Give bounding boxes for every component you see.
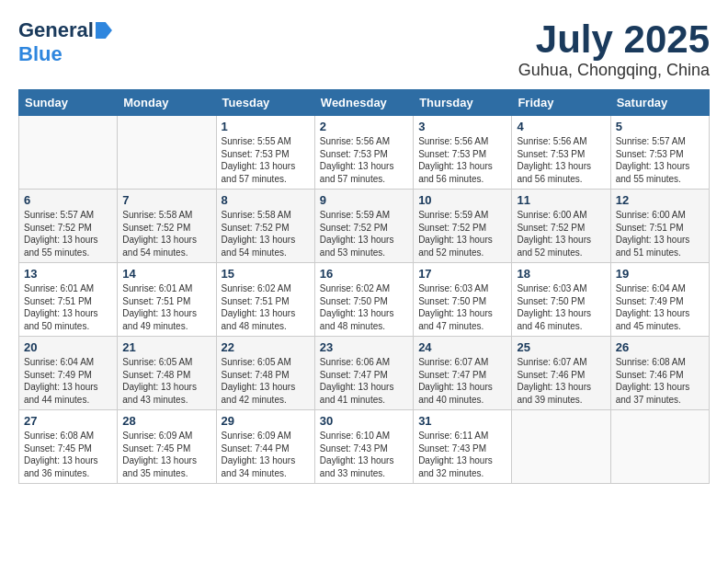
calendar-cell: 10Sunrise: 5:59 AM Sunset: 7:52 PM Dayli… bbox=[414, 190, 512, 263]
logo-general-text: General bbox=[18, 18, 94, 42]
cell-content: Sunrise: 6:07 AM Sunset: 7:47 PM Dayligh… bbox=[418, 356, 506, 406]
day-number: 18 bbox=[517, 267, 605, 281]
cell-content: Sunrise: 5:58 AM Sunset: 7:52 PM Dayligh… bbox=[222, 209, 310, 259]
cell-content: Sunrise: 6:08 AM Sunset: 7:45 PM Dayligh… bbox=[24, 430, 112, 479]
cell-content: Sunrise: 6:03 AM Sunset: 7:50 PM Dayligh… bbox=[517, 282, 605, 332]
calendar-week-row: 13Sunrise: 6:01 AM Sunset: 7:51 PM Dayli… bbox=[19, 263, 710, 337]
day-number: 22 bbox=[222, 340, 310, 354]
day-number: 11 bbox=[517, 193, 605, 207]
calendar-cell: 11Sunrise: 6:00 AM Sunset: 7:52 PM Dayli… bbox=[512, 190, 610, 263]
calendar-cell bbox=[19, 116, 118, 190]
day-number: 30 bbox=[320, 414, 408, 428]
calendar-cell: 26Sunrise: 6:08 AM Sunset: 7:46 PM Dayli… bbox=[610, 337, 709, 410]
calendar-cell: 19Sunrise: 6:04 AM Sunset: 7:49 PM Dayli… bbox=[610, 263, 709, 337]
calendar-cell: 29Sunrise: 6:09 AM Sunset: 7:44 PM Dayli… bbox=[216, 410, 314, 484]
cell-content: Sunrise: 6:06 AM Sunset: 7:47 PM Dayligh… bbox=[320, 356, 408, 406]
calendar-cell: 4Sunrise: 5:56 AM Sunset: 7:53 PM Daylig… bbox=[512, 116, 610, 190]
day-of-week-header: Thursday bbox=[414, 90, 512, 116]
location-title: Guhua, Chongqing, China bbox=[518, 61, 710, 80]
cell-content: Sunrise: 6:10 AM Sunset: 7:43 PM Dayligh… bbox=[320, 430, 408, 479]
cell-content: Sunrise: 6:00 AM Sunset: 7:52 PM Dayligh… bbox=[517, 209, 605, 259]
calendar-table: SundayMondayTuesdayWednesdayThursdayFrid… bbox=[18, 89, 710, 484]
calendar-cell: 17Sunrise: 6:03 AM Sunset: 7:50 PM Dayli… bbox=[414, 263, 512, 337]
page-header: General Blue July 2025 Guhua, Chongqing,… bbox=[18, 18, 710, 80]
calendar-cell: 24Sunrise: 6:07 AM Sunset: 7:47 PM Dayli… bbox=[414, 337, 512, 410]
calendar-cell: 6Sunrise: 5:57 AM Sunset: 7:52 PM Daylig… bbox=[19, 190, 118, 263]
calendar-week-row: 27Sunrise: 6:08 AM Sunset: 7:45 PM Dayli… bbox=[19, 410, 710, 484]
calendar-cell: 23Sunrise: 6:06 AM Sunset: 7:47 PM Dayli… bbox=[314, 337, 413, 410]
cell-content: Sunrise: 5:56 AM Sunset: 7:53 PM Dayligh… bbox=[320, 135, 408, 185]
calendar-cell: 18Sunrise: 6:03 AM Sunset: 7:50 PM Dayli… bbox=[512, 263, 610, 337]
calendar-cell: 27Sunrise: 6:08 AM Sunset: 7:45 PM Dayli… bbox=[19, 410, 118, 484]
day-number: 24 bbox=[418, 340, 506, 354]
cell-content: Sunrise: 6:09 AM Sunset: 7:45 PM Dayligh… bbox=[122, 430, 210, 479]
cell-content: Sunrise: 6:01 AM Sunset: 7:51 PM Dayligh… bbox=[24, 282, 112, 332]
cell-content: Sunrise: 6:00 AM Sunset: 7:51 PM Dayligh… bbox=[616, 209, 704, 259]
month-title: July 2025 bbox=[518, 18, 710, 61]
day-number: 31 bbox=[418, 414, 506, 428]
calendar-cell: 2Sunrise: 5:56 AM Sunset: 7:53 PM Daylig… bbox=[314, 116, 413, 190]
calendar-cell: 21Sunrise: 6:05 AM Sunset: 7:48 PM Dayli… bbox=[118, 337, 216, 410]
logo: General Blue bbox=[18, 18, 112, 66]
day-number: 26 bbox=[616, 340, 704, 354]
day-number: 17 bbox=[418, 267, 506, 281]
calendar-cell: 12Sunrise: 6:00 AM Sunset: 7:51 PM Dayli… bbox=[610, 190, 709, 263]
day-of-week-header: Sunday bbox=[19, 90, 118, 116]
calendar-cell: 22Sunrise: 6:05 AM Sunset: 7:48 PM Dayli… bbox=[216, 337, 314, 410]
calendar-cell: 25Sunrise: 6:07 AM Sunset: 7:46 PM Dayli… bbox=[512, 337, 610, 410]
calendar-week-row: 20Sunrise: 6:04 AM Sunset: 7:49 PM Dayli… bbox=[19, 337, 710, 410]
cell-content: Sunrise: 5:56 AM Sunset: 7:53 PM Dayligh… bbox=[517, 135, 605, 185]
calendar-header-row: SundayMondayTuesdayWednesdayThursdayFrid… bbox=[19, 90, 710, 116]
cell-content: Sunrise: 6:04 AM Sunset: 7:49 PM Dayligh… bbox=[616, 282, 704, 332]
day-number: 16 bbox=[320, 267, 408, 281]
day-of-week-header: Saturday bbox=[610, 90, 709, 116]
calendar-cell: 3Sunrise: 5:56 AM Sunset: 7:53 PM Daylig… bbox=[414, 116, 512, 190]
day-number: 23 bbox=[320, 340, 408, 354]
calendar-week-row: 6Sunrise: 5:57 AM Sunset: 7:52 PM Daylig… bbox=[19, 190, 710, 263]
cell-content: Sunrise: 6:05 AM Sunset: 7:48 PM Dayligh… bbox=[222, 356, 310, 406]
calendar-cell: 30Sunrise: 6:10 AM Sunset: 7:43 PM Dayli… bbox=[314, 410, 413, 484]
cell-content: Sunrise: 6:09 AM Sunset: 7:44 PM Dayligh… bbox=[222, 430, 310, 479]
day-number: 25 bbox=[517, 340, 605, 354]
calendar-cell bbox=[610, 410, 709, 484]
calendar-cell bbox=[118, 116, 216, 190]
title-section: July 2025 Guhua, Chongqing, China bbox=[518, 18, 710, 80]
day-number: 10 bbox=[418, 193, 506, 207]
day-number: 3 bbox=[418, 120, 506, 133]
cell-content: Sunrise: 6:11 AM Sunset: 7:43 PM Dayligh… bbox=[418, 430, 506, 479]
day-of-week-header: Monday bbox=[118, 90, 216, 116]
day-number: 1 bbox=[222, 120, 310, 133]
day-number: 27 bbox=[24, 414, 112, 428]
day-number: 19 bbox=[616, 267, 704, 281]
cell-content: Sunrise: 6:03 AM Sunset: 7:50 PM Dayligh… bbox=[418, 282, 506, 332]
day-of-week-header: Friday bbox=[512, 90, 610, 116]
calendar-cell: 14Sunrise: 6:01 AM Sunset: 7:51 PM Dayli… bbox=[118, 263, 216, 337]
calendar-cell: 8Sunrise: 5:58 AM Sunset: 7:52 PM Daylig… bbox=[216, 190, 314, 263]
logo-icon bbox=[96, 22, 112, 39]
cell-content: Sunrise: 6:02 AM Sunset: 7:50 PM Dayligh… bbox=[320, 282, 408, 332]
day-number: 20 bbox=[24, 340, 112, 354]
day-number: 4 bbox=[517, 120, 605, 133]
cell-content: Sunrise: 5:58 AM Sunset: 7:52 PM Dayligh… bbox=[122, 209, 210, 259]
day-number: 21 bbox=[122, 340, 210, 354]
cell-content: Sunrise: 5:57 AM Sunset: 7:52 PM Dayligh… bbox=[24, 209, 112, 259]
day-number: 6 bbox=[24, 193, 112, 207]
cell-content: Sunrise: 6:04 AM Sunset: 7:49 PM Dayligh… bbox=[24, 356, 112, 406]
calendar-cell: 13Sunrise: 6:01 AM Sunset: 7:51 PM Dayli… bbox=[19, 263, 118, 337]
day-number: 13 bbox=[24, 267, 112, 281]
day-of-week-header: Wednesday bbox=[314, 90, 413, 116]
calendar-week-row: 1Sunrise: 5:55 AM Sunset: 7:53 PM Daylig… bbox=[19, 116, 710, 190]
day-number: 2 bbox=[320, 120, 408, 133]
day-number: 15 bbox=[222, 267, 310, 281]
cell-content: Sunrise: 5:57 AM Sunset: 7:53 PM Dayligh… bbox=[616, 135, 704, 185]
cell-content: Sunrise: 5:59 AM Sunset: 7:52 PM Dayligh… bbox=[320, 209, 408, 259]
day-number: 28 bbox=[122, 414, 210, 428]
calendar-cell: 5Sunrise: 5:57 AM Sunset: 7:53 PM Daylig… bbox=[610, 116, 709, 190]
cell-content: Sunrise: 6:01 AM Sunset: 7:51 PM Dayligh… bbox=[122, 282, 210, 332]
cell-content: Sunrise: 6:08 AM Sunset: 7:46 PM Dayligh… bbox=[616, 356, 704, 406]
calendar-cell: 7Sunrise: 5:58 AM Sunset: 7:52 PM Daylig… bbox=[118, 190, 216, 263]
calendar-cell: 28Sunrise: 6:09 AM Sunset: 7:45 PM Dayli… bbox=[118, 410, 216, 484]
calendar-cell: 31Sunrise: 6:11 AM Sunset: 7:43 PM Dayli… bbox=[414, 410, 512, 484]
calendar-cell: 20Sunrise: 6:04 AM Sunset: 7:49 PM Dayli… bbox=[19, 337, 118, 410]
day-number: 9 bbox=[320, 193, 408, 207]
